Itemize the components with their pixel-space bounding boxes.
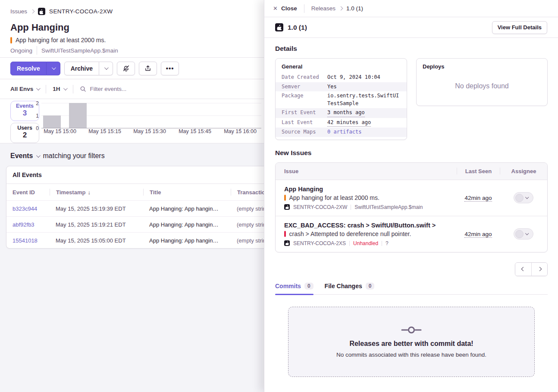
issue-project-slug: SENTRY-COCOA-2XS — [293, 240, 346, 246]
event-id-link[interactable]: b323c944 — [6, 205, 50, 212]
avatar — [515, 194, 524, 202]
events-table-header: Event ID Timestamp↓ Title Transaction — [6, 184, 282, 200]
release-drawer: ✕ Close Releases 1.0 (1) 1.0 (1) View Fu… — [264, 0, 558, 392]
issue-project-slug: SENTRY-COCOA-2XW — [293, 204, 347, 210]
share-button[interactable] — [139, 62, 157, 75]
chevron-right-icon — [537, 267, 542, 271]
kv-value-last-event[interactable]: 42 minutes ago — [327, 119, 371, 127]
col-event-id[interactable]: Event ID — [13, 189, 35, 196]
bell-slash-icon — [122, 65, 130, 72]
event-row[interactable]: b323c944 May 15, 2025 15:19:39 EDT App H… — [6, 200, 282, 216]
issue-meta-row: Ongoing SwiftUITestSampleApp.$main — [10, 46, 254, 55]
tab-file-changes-label: File Changes — [325, 283, 362, 289]
more-actions-button[interactable]: ••• — [161, 62, 179, 75]
chevron-right-icon — [31, 9, 35, 14]
tab-commits-count: 0 — [304, 283, 313, 289]
divider — [37, 46, 37, 55]
resolve-button[interactable]: Resolve — [10, 62, 47, 75]
col-title[interactable]: Title — [150, 189, 161, 196]
drawer-content: Details General Date Created Oct 9, 2024… — [264, 38, 558, 377]
issue-last-seen[interactable]: 42min ago — [464, 195, 492, 202]
assignee-dropdown[interactable] — [514, 228, 533, 240]
close-button[interactable]: Close — [281, 5, 297, 12]
events-section-heading: Events matching your filters — [10, 152, 254, 160]
y-axis-tick: 0 — [30, 125, 39, 131]
breadcrumb: Issues SENTRY-COCOA-2XW — [10, 8, 254, 15]
tab-commits-label: Commits — [275, 283, 301, 289]
chevron-left-icon — [521, 267, 526, 271]
tab-file-changes[interactable]: File Changes 0 — [325, 283, 375, 294]
general-card-title: General — [276, 59, 407, 73]
issue-last-seen[interactable]: 42min ago — [464, 231, 492, 238]
issue-status: Ongoing — [10, 47, 32, 54]
unhandled-tag: Unhandled — [353, 240, 378, 246]
filter-events-search[interactable]: Filter events... — [80, 86, 254, 92]
kv-value: Yes — [327, 83, 337, 91]
kv-key: Semver — [282, 83, 327, 91]
kv-value: io.sentry.tests.SwiftUI TestSample — [327, 92, 401, 107]
col-assignee: Assignee — [500, 168, 547, 174]
close-icon[interactable]: ✕ — [273, 5, 278, 12]
resolve-dropdown-button[interactable] — [47, 62, 60, 75]
issue-details-page: Issues SENTRY-COCOA-2XW App Hanging App … — [0, 0, 264, 392]
tab-commits[interactable]: Commits 0 — [275, 283, 313, 294]
kv-row: Semver Yes — [276, 82, 407, 92]
kv-value-first-event[interactable]: 3 months ago — [327, 109, 365, 117]
environment-filter[interactable]: All Envs — [10, 86, 39, 92]
events-heading-dropdown[interactable]: Events — [10, 152, 33, 160]
issue-row-title[interactable]: App Hanging — [284, 186, 453, 193]
all-events-table: All Events Event ID Timestamp↓ Title Tra… — [6, 166, 282, 249]
issue-title: App Hanging — [10, 22, 254, 33]
time-range-filter[interactable]: 1H — [53, 86, 66, 92]
upload-icon — [144, 65, 151, 72]
event-row[interactable]: 15541018 May 15, 2025 15:05:00 EDT App H… — [6, 232, 282, 248]
kv-row: Source Maps 0 artifacts — [276, 128, 407, 137]
col-timestamp[interactable]: Timestamp — [56, 189, 85, 196]
new-issues-table: Issue Last Seen Assignee App Hanging App… — [275, 162, 548, 252]
x-axis-tick: May 15 15:30 — [133, 128, 166, 134]
view-full-details-button[interactable]: View Full Details — [492, 21, 547, 34]
issue-row[interactable]: EXC_BAD_ACCESS: crash > SwiftUI/Button.s… — [276, 216, 547, 252]
issue-row[interactable]: App Hanging App hanging for at least 200… — [276, 180, 547, 216]
assignee-dropdown[interactable] — [514, 192, 533, 203]
events-list-section: Events matching your filters All Events … — [0, 143, 264, 249]
chevron-down-icon — [525, 232, 529, 235]
drawer-topbar: ✕ Close Releases 1.0 (1) — [264, 0, 558, 17]
event-id-link[interactable]: 15541018 — [6, 237, 50, 244]
environment-filter-label: All Envs — [10, 86, 33, 92]
archive-button-group: Archive — [64, 62, 113, 75]
commit-icon — [401, 326, 422, 334]
deploys-empty-text: No deploys found — [417, 82, 547, 90]
issue-row-message: App hanging for at least 2000 ms. — [289, 194, 379, 201]
event-id-link[interactable]: abf92fb3 — [6, 221, 50, 228]
archive-button[interactable]: Archive — [64, 62, 99, 75]
next-page-button[interactable] — [531, 263, 547, 276]
previous-page-button[interactable] — [515, 263, 531, 276]
filter-bar: All Envs 1H Filter events... — [0, 79, 264, 99]
all-events-title: All Events — [6, 166, 282, 184]
source-maps-link[interactable]: 0 artifacts — [327, 128, 361, 136]
issue-culprit: SwiftUITestSampleApp.$main — [354, 204, 423, 210]
breadcrumb-project-slug[interactable]: SENTRY-COCOA-2XW — [49, 8, 113, 15]
event-timestamp: May 15, 2025 15:19:39 EDT — [50, 205, 143, 212]
details-cards: General Date Created Oct 9, 2024 10:04 S… — [275, 58, 548, 140]
archive-dropdown-button[interactable] — [99, 62, 113, 75]
breadcrumb-issues-link[interactable]: Issues — [10, 8, 27, 15]
divider — [351, 205, 351, 210]
tab-file-changes-count: 0 — [366, 283, 375, 289]
event-title: App Hanging: App hangin… — [143, 205, 231, 212]
chart-plot — [41, 103, 261, 128]
issue-subtitle: App hanging for at least 2000 ms. — [16, 37, 106, 44]
breadcrumb-releases[interactable]: Releases — [311, 5, 335, 12]
kv-key: Package — [282, 92, 327, 107]
mute-button[interactable] — [117, 62, 135, 75]
event-row[interactable]: abf92fb3 May 15, 2025 15:19:21 EDT App H… — [6, 216, 282, 232]
event-timestamp: May 15, 2025 15:05:00 EDT — [50, 237, 143, 244]
issue-row-title[interactable]: EXC_BAD_ACCESS: crash > SwiftUI/Button.s… — [284, 222, 453, 229]
event-title: App Hanging: App hangin… — [143, 237, 231, 244]
issue-toolbar: Resolve Archive ••• — [0, 58, 264, 79]
apple-project-icon — [284, 240, 290, 246]
commits-empty-state: Releases are better with commit data! No… — [288, 307, 535, 377]
event-timestamp: May 15, 2025 15:19:21 EDT — [50, 221, 143, 228]
issue-row-message: crash > Attempted to dereference null po… — [289, 230, 411, 237]
